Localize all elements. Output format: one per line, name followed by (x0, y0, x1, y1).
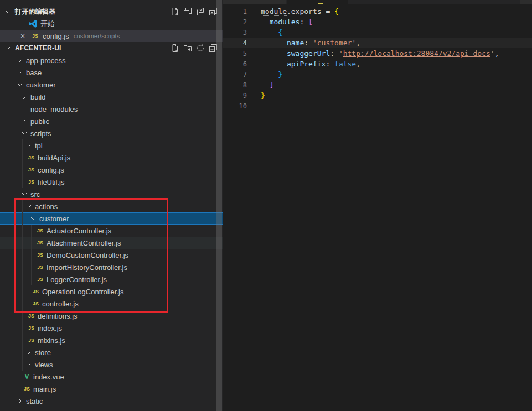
js-file-icon: JS (31, 299, 40, 308)
code-editor[interactable]: 1module.exports = {2modules: [3{4name: '… (223, 0, 532, 411)
open-editors-list: 开始×JSconfig.jscustomer\scripts (0, 18, 223, 42)
tree-item-definitions.js[interactable]: JSdefinitions.js (0, 310, 223, 322)
tree-item-src[interactable]: src (0, 188, 223, 200)
tab-welcome[interactable] (223, 0, 287, 4)
tree-item-customer[interactable]: customer (0, 212, 223, 225)
code-line-3[interactable]: 3{ (223, 27, 532, 38)
save-all-icon[interactable] (196, 7, 205, 16)
tree-item-store[interactable]: store (0, 346, 223, 358)
tree-item-main.js[interactable]: JSmain.js (0, 383, 223, 395)
new-file-icon[interactable] (171, 7, 179, 16)
js-file-icon: JS (27, 311, 36, 320)
code-token: } (261, 91, 265, 100)
code-line-9[interactable]: 9} (223, 90, 532, 101)
open-editors-toolbar (171, 7, 218, 16)
code-line-text: module.exports = { (261, 6, 339, 17)
tree-item-base[interactable]: base (0, 66, 223, 79)
tree-item-label: tpl (35, 142, 43, 150)
tree-item-label: scripts (30, 129, 51, 138)
js-file-icon: JS (35, 251, 45, 259)
code-line-text: } (261, 90, 265, 101)
line-number: 9 (223, 92, 247, 100)
js-file-icon: JS (35, 263, 45, 272)
tree-item-static[interactable]: static (0, 395, 223, 407)
code-token: name (287, 39, 304, 47)
chevron-down-icon (24, 202, 33, 211)
tree-item-label: customer (26, 81, 55, 89)
new-folder-icon[interactable] (183, 44, 192, 53)
code-line-8[interactable]: 8] (223, 80, 532, 90)
code-line-5[interactable]: 5swaggerUrl: 'http://localhost:28084/v2/… (223, 48, 532, 59)
code-line-text: { (261, 27, 282, 38)
tree-item-index.js[interactable]: JSindex.js (0, 322, 223, 334)
tree-item-index.vue[interactable]: Vindex.vue (0, 371, 223, 383)
tree-item-label: AttachmentController.js (47, 239, 121, 247)
indent-guides (16, 176, 24, 188)
tree-item-public[interactable]: public (0, 115, 223, 127)
tree-item-app-process[interactable]: app-process (0, 54, 223, 66)
open-editor-item-开始[interactable]: 开始 (0, 18, 223, 30)
code-token: , (356, 60, 360, 68)
vue-file-icon: V (22, 372, 32, 381)
js-file-icon: JS (27, 178, 36, 186)
line-number: 5 (223, 50, 247, 58)
tree-item-label: fileUtil.js (38, 178, 64, 186)
code-line-text: swaggerUrl: 'http://localhost:28084/v2/a… (261, 48, 499, 59)
tree-item-AttachmentController.js[interactable]: JSAttachmentController.js (0, 237, 223, 249)
code-line-7[interactable]: 7} (223, 69, 532, 80)
code-token: swaggerUrl (287, 49, 330, 58)
tree-item-customer[interactable]: customer (0, 79, 223, 91)
tree-item-config.js[interactable]: JSconfig.js (0, 164, 223, 176)
tree-item-OperationLogController.js[interactable]: JSOperationLogController.js (0, 285, 223, 298)
tree-item-controller.js[interactable]: JScontroller.js (0, 298, 223, 310)
code-line-2[interactable]: 2modules: [ (223, 17, 532, 27)
tree-item-buildApi.js[interactable]: JSbuildApi.js (0, 152, 223, 164)
code-line-10[interactable]: 10 (223, 101, 532, 111)
tree-item-tpl[interactable]: tpl (0, 139, 223, 152)
editor-indent-guide (261, 17, 261, 27)
line-number: 6 (223, 60, 247, 68)
code-token: { (278, 28, 282, 37)
tree-item-label: ActuatorController.js (47, 227, 111, 235)
tree-item-fileUtil.js[interactable]: JSfileUtil.js (0, 176, 223, 188)
tree-item-views[interactable]: views (0, 358, 223, 371)
code-area[interactable]: 1module.exports = {2modules: [3{4name: '… (223, 4, 532, 111)
indent-guides (16, 188, 20, 200)
tree-item-label: buildApi.js (38, 154, 70, 162)
editor-indent-guide (270, 27, 270, 38)
code-line-6[interactable]: 6apiPrefix: false, (223, 59, 532, 69)
tree-item-ActuatorController.js[interactable]: JSActuatorController.js (0, 225, 223, 237)
refresh-icon[interactable] (196, 44, 205, 53)
editor-indent-guide (270, 59, 270, 69)
open-editor-item-config.js[interactable]: ×JSconfig.jscustomer\scripts (0, 30, 223, 42)
tree-item-node_modules[interactable]: node_modules (0, 103, 223, 115)
chevron-right-icon (16, 56, 24, 65)
tab-config-js[interactable] (287, 0, 348, 4)
tree-item-DemoCustomController.js[interactable]: JSDemoCustomController.js (0, 249, 223, 261)
indent-guides (16, 261, 33, 273)
project-section-header[interactable]: AFCENTER-UI (0, 42, 223, 54)
open-editor-label: 开始 (40, 19, 55, 29)
editor-layout-icon[interactable] (183, 7, 192, 16)
js-file-icon: JS (35, 238, 45, 247)
tree-item-actions[interactable]: actions (0, 200, 223, 212)
tree-item-mixins.js[interactable]: JSmixins.js (0, 334, 223, 346)
code-line-1[interactable]: 1module.exports = { (223, 6, 532, 17)
open-editors-section-header[interactable]: 打开的编辑器 (0, 6, 223, 18)
tree-item-label: node_modules (30, 105, 78, 113)
new-file-icon[interactable] (171, 44, 179, 53)
code-token: { (334, 7, 339, 15)
tree-item-scripts[interactable]: scripts (0, 127, 223, 139)
close-icon[interactable]: × (18, 32, 27, 40)
editor-indent-guide (278, 38, 278, 48)
tree-item-build[interactable]: build (0, 91, 223, 103)
tree-item-label: public (30, 117, 49, 126)
indent-guides (16, 225, 33, 237)
code-line-4[interactable]: 4name: 'customer', (223, 38, 532, 48)
tree-item-partial[interactable]: JS (0, 407, 223, 411)
tree-item-LoggerController.js[interactable]: JSLoggerController.js (0, 273, 223, 285)
sidebar-scrollbar[interactable] (216, 0, 222, 411)
editor-indent-guide (270, 48, 270, 59)
code-token: module (261, 7, 287, 16)
tree-item-ImportHistoryController.js[interactable]: JSImportHistoryController.js (0, 261, 223, 273)
